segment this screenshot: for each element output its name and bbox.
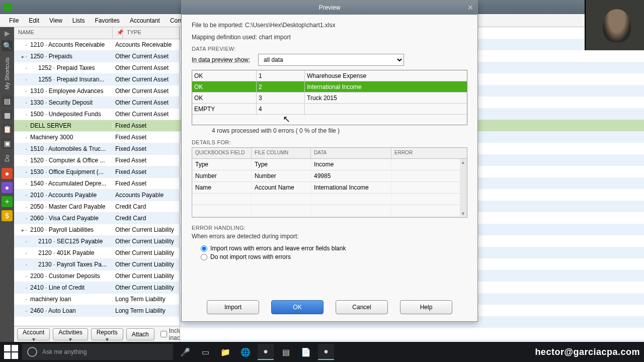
radio-import-errors-input[interactable] xyxy=(201,245,207,252)
tree-toggle-icon[interactable]: ◦ xyxy=(14,216,29,221)
sidebar-expand-icon[interactable]: ▶ xyxy=(5,29,10,37)
tree-toggle-icon[interactable]: ◦ xyxy=(14,158,29,163)
tree-toggle-icon[interactable]: ▸ ◦ xyxy=(14,227,29,233)
tree-toggle-icon[interactable]: ◦ xyxy=(14,285,29,291)
tree-toggle-icon[interactable]: ◦ xyxy=(14,42,29,48)
start-button[interactable] xyxy=(4,345,18,359)
shortcut-icon-1[interactable]: ▤ xyxy=(2,96,13,107)
account-row[interactable]: ◦2110 · SEC125 PayableOther Current Liab… xyxy=(14,236,180,247)
radio-import-errors[interactable]: Import rows with errors and leave error … xyxy=(201,245,467,252)
tree-toggle-icon[interactable]: ◦ xyxy=(14,239,29,244)
close-icon[interactable]: ✕ xyxy=(467,4,473,12)
details-col-file[interactable]: FILE COLUMN xyxy=(252,148,311,158)
col-name[interactable]: NAME xyxy=(14,27,113,39)
details-row[interactable]: NameAccount NameInternational Income xyxy=(192,182,467,194)
account-row[interactable]: ◦1540 · Accumulated Depre...Fixed Asset xyxy=(14,178,180,190)
tree-toggle-icon[interactable]: ◦ xyxy=(14,204,29,210)
account-row[interactable]: ◦1500 · Undeposited FundsOther Current A… xyxy=(14,109,180,120)
dialog-titlebar[interactable]: Preview ✕ xyxy=(182,1,477,15)
mic-icon[interactable]: 🎤 xyxy=(177,344,193,360)
menu-accountant[interactable]: Accountant xyxy=(127,16,163,26)
account-row[interactable]: ◦2460 · Auto LoanLong Term Liability xyxy=(14,305,180,317)
account-row[interactable]: ▸ ◦1250 · PrepaidsOther Current Asset xyxy=(14,51,180,62)
tree-toggle-icon[interactable]: ◦ xyxy=(14,250,29,256)
menu-edit[interactable]: Edit xyxy=(26,16,42,26)
preview-row[interactable]: OK3Truck 2015 xyxy=(192,93,467,104)
account-row[interactable]: ◦2120 · 401K PayableOther Current Liabil… xyxy=(14,247,180,259)
chrome-icon[interactable]: 🌐 xyxy=(237,344,254,360)
menu-file[interactable]: File xyxy=(6,16,22,26)
quickbooks-icon[interactable]: ● xyxy=(258,344,274,360)
details-row[interactable]: TypeTypeIncome xyxy=(192,159,467,170)
search-icon[interactable]: 🔍 xyxy=(2,40,13,51)
account-row[interactable]: ◦1255 · Prepaid Insuran...Other Current … xyxy=(14,74,180,85)
quickbooks-icon-2[interactable]: ● xyxy=(318,344,334,360)
tree-toggle-icon[interactable]: ◦ xyxy=(14,262,29,267)
ok-button[interactable]: OK xyxy=(271,300,324,314)
shortcut-icon-orange[interactable]: ● xyxy=(2,168,13,179)
shortcut-icon-4[interactable]: ▣ xyxy=(2,138,13,149)
notepad-icon[interactable]: 📄 xyxy=(298,344,314,360)
activities-button[interactable]: Activities xyxy=(53,328,88,340)
account-row[interactable]: ▸ ◦2100 · Payroll LiabilitiesOther Curre… xyxy=(14,224,180,236)
account-row[interactable]: ◦1252 · Prepaid TaxesOther Current Asset xyxy=(14,62,180,74)
shortcut-icon-purple[interactable]: ● xyxy=(2,182,13,193)
tree-toggle-icon[interactable]: ◦ xyxy=(14,135,29,140)
account-button[interactable]: Account xyxy=(17,328,50,340)
tree-toggle-icon[interactable]: ◦ xyxy=(14,169,29,175)
tree-toggle-icon[interactable]: ◦ xyxy=(14,181,29,187)
cancel-button[interactable]: Cancel xyxy=(336,300,388,314)
radio-skip-errors-input[interactable] xyxy=(201,254,207,260)
shortcut-icon-3[interactable]: 📋 xyxy=(2,124,13,135)
tree-toggle-icon[interactable]: ◦ xyxy=(14,123,29,129)
tree-toggle-icon[interactable]: ◦ xyxy=(14,193,29,198)
explorer-icon[interactable]: 📁 xyxy=(217,344,233,360)
radio-skip-errors[interactable]: Do not import rows with errors xyxy=(201,253,467,260)
show-select[interactable]: all data xyxy=(258,54,404,66)
menu-view[interactable]: View xyxy=(46,16,65,26)
account-row[interactable]: ◦1310 · Employee AdvancesOther Current A… xyxy=(14,85,180,97)
accounts-list[interactable]: ◦1210 · Accounts ReceivableAccounts Rece… xyxy=(14,39,180,326)
account-row[interactable]: ◦1330 · Security DepositOther Current As… xyxy=(14,97,180,109)
attach-button[interactable]: Attach xyxy=(126,328,154,340)
account-row[interactable]: ◦machinery loanLong Term Liability xyxy=(14,294,180,305)
preview-row[interactable]: EMPTY4 xyxy=(192,104,467,115)
tree-toggle-icon[interactable]: ◦ xyxy=(14,100,29,106)
account-row[interactable]: ◦2130 · Payroll Taxes Pa...Other Current… xyxy=(14,259,180,270)
tree-toggle-icon[interactable]: ◦ xyxy=(14,65,29,71)
tree-toggle-icon[interactable]: ◦ xyxy=(14,112,29,117)
account-row[interactable]: ◦Machinery 3000Fixed Asset xyxy=(14,132,180,143)
account-row[interactable]: ◦1520 · Computer & Office ...Fixed Asset xyxy=(14,155,180,166)
account-row[interactable]: ◦2060 · Visa Card PayableCredit Card xyxy=(14,213,180,224)
task-view-icon[interactable]: ▭ xyxy=(197,344,213,360)
tree-toggle-icon[interactable]: ◦ xyxy=(14,146,29,152)
details-scrollbar[interactable] xyxy=(460,159,467,217)
menu-favorites[interactable]: Favorites xyxy=(92,16,123,26)
include-inactive-checkbox[interactable] xyxy=(160,331,167,337)
app-icon-1[interactable]: ▤ xyxy=(278,344,294,360)
account-row[interactable]: ◦2050 · Master Card PayableCredit Card xyxy=(14,201,180,213)
details-row[interactable]: NumberNumber49985 xyxy=(192,170,467,182)
tree-toggle-icon[interactable]: ◦ xyxy=(14,77,29,82)
cortana-search[interactable]: Ask me anything xyxy=(22,344,173,360)
shortcut-icon-gold[interactable]: $ xyxy=(2,210,13,221)
account-row[interactable]: ◦2200 · Customer DepositsOther Current L… xyxy=(14,270,180,282)
preview-row[interactable]: OK1Wharehouse Expense xyxy=(192,70,467,81)
tree-toggle-icon[interactable]: ◦ xyxy=(14,88,29,94)
reports-button[interactable]: Reports xyxy=(91,328,123,340)
shortcut-icon-2[interactable]: ▦ xyxy=(2,110,13,121)
preview-table[interactable]: OK1Wharehouse ExpenseOK2International In… xyxy=(192,70,467,125)
details-col-error[interactable]: ERROR xyxy=(391,148,467,158)
help-button[interactable]: Help xyxy=(400,300,452,314)
details-col-data[interactable]: DATA xyxy=(311,148,391,158)
col-pin-icon[interactable]: 📌 xyxy=(113,27,123,39)
tree-toggle-icon[interactable]: ▸ ◦ xyxy=(14,54,29,59)
account-row[interactable]: ◦1530 · Office Equipment (...Fixed Asset xyxy=(14,166,180,178)
shortcut-add-icon[interactable]: ＋ xyxy=(2,196,13,207)
tree-toggle-icon[interactable]: ◦ xyxy=(14,308,29,314)
preview-row[interactable]: OK2International Income xyxy=(192,81,467,93)
menu-lists[interactable]: Lists xyxy=(69,16,88,26)
col-type[interactable]: TYPE xyxy=(123,27,180,39)
account-row[interactable]: ◦1510 · Automobiles & Truc...Fixed Asset xyxy=(14,143,180,155)
import-button[interactable]: Import xyxy=(207,300,259,314)
